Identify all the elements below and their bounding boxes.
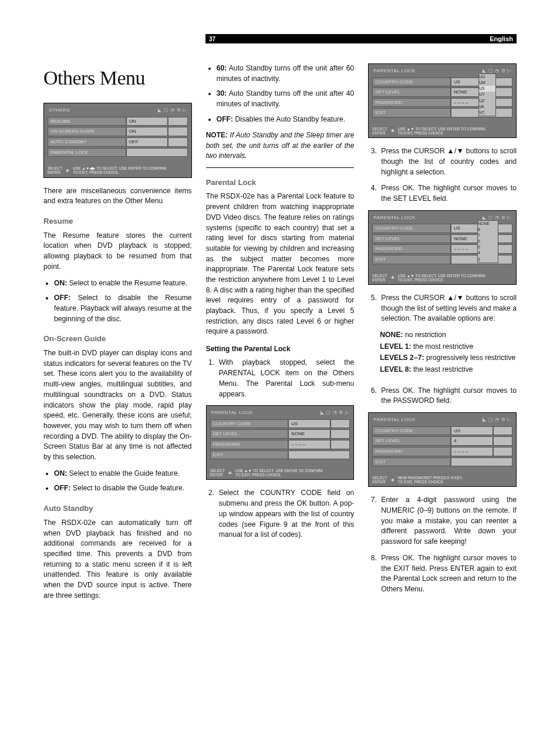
- level-options: NONE: no restriction LEVEL 1: the most r…: [380, 330, 517, 375]
- parental-steps-2: Select the COUNTRY CODE field on submenu…: [206, 488, 355, 540]
- osd-parental-1: PARENTAL LOCK ◣▢◔⚙▷ COUNTRY CODEUS SET L…: [206, 405, 355, 480]
- body-columns: Others Menu OTHERS ◣▢◔⚙▷ RESUMEON ON SCR…: [43, 63, 517, 724]
- osd-parental-4: PARENTAL LOCK ◣▢◔⚙▷ COUNTRY CODEUS SET L…: [368, 412, 517, 487]
- parental-steps-1: With playback stopped, select the PARENT…: [206, 358, 355, 399]
- parental-subheading: Setting the Parental Lock: [206, 344, 355, 354]
- page-number: 37: [209, 36, 215, 42]
- country-dropdown: UG UM US UY UZ VA VC: [478, 73, 496, 116]
- osd-parental-2: PARENTAL LOCK ◣▢◔⚙▷ COUNTRY CODEUS SET L…: [368, 63, 517, 138]
- parental-body: The RSDX-02e has a Parental Lock feature…: [206, 191, 355, 337]
- intro-text: There are miscellaneous convenience item…: [43, 186, 192, 207]
- language-label: English: [490, 35, 513, 42]
- divider: [206, 167, 355, 168]
- nav-icon: ✥: [66, 168, 69, 173]
- parental-heading: Parental Lock: [206, 177, 355, 189]
- guide-body: The built-in DVD player can display icon…: [43, 348, 192, 463]
- osd-others: OTHERS ◣▢◔⚙▷ RESUMEON ON SCREEN GUIDEON …: [43, 103, 192, 177]
- resume-body: The Resume feature stores the current lo…: [43, 231, 192, 272]
- standby-bullets: 60: Auto Standby turns off the unit afte…: [206, 63, 355, 124]
- guide-bullets: ON: Select to enable the Guide feature. …: [43, 469, 192, 494]
- parental-steps-7: Enter a 4-digit password using the NUMER…: [368, 495, 517, 594]
- level-dropdown: NONE 8 7 6 5 4 3: [477, 220, 498, 263]
- parental-steps-4: Press OK. The highlight cursor moves to …: [368, 183, 517, 204]
- osd-icons: ◣▢◔⚙▷: [158, 107, 187, 114]
- standby-body: The RSDX-02e can automatically turn off …: [43, 518, 192, 601]
- page: 37 English Others Menu OTHERS ◣▢◔⚙▷ RESU…: [0, 0, 560, 747]
- parental-steps-3: Press the CURSOR ▲/▼ buttons to scroll t…: [368, 146, 517, 177]
- page-title: Others Menu: [43, 63, 192, 92]
- guide-heading: On-Screen Guide: [43, 334, 192, 345]
- osd-title: OTHERS: [49, 107, 70, 114]
- parental-steps-5: Press the CURSOR ▲/▼ buttons to scroll t…: [368, 293, 517, 324]
- header-bar: 37 English: [205, 34, 517, 43]
- resume-bullets: ON: Select to enable the Resume feature.…: [43, 278, 192, 325]
- resume-heading: Resume: [43, 216, 192, 227]
- note: NOTE: If Auto Standby and the Sleep time…: [206, 130, 355, 161]
- parental-steps-6: Press OK. The highlight cursor moves to …: [368, 386, 517, 406]
- osd-parental-3: PARENTAL LOCK ◣▢◔⚙▷ COUNTRY CODEUS SET L…: [368, 210, 517, 285]
- standby-heading: Auto Standby: [43, 503, 192, 514]
